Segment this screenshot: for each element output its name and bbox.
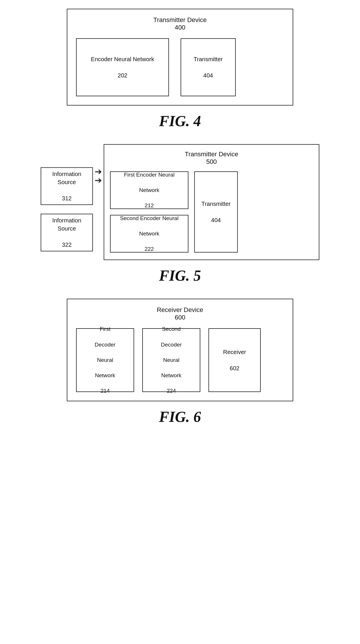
transmitter-box: Transmitter 404 bbox=[181, 38, 236, 96]
fig4-title-line2: 400 bbox=[175, 24, 186, 31]
fig4-title: Transmitter Device 400 bbox=[76, 16, 284, 31]
second-encoder-label2: Network bbox=[139, 230, 159, 238]
fig5-encoders-column: First Encoder Neural Network 212 Second … bbox=[110, 171, 188, 253]
arrows-column: ➔ ➔ bbox=[93, 167, 104, 185]
receiver-number: 602 bbox=[230, 364, 239, 372]
fig5-outer-box: Transmitter Device 500 First Encoder Neu… bbox=[104, 144, 319, 260]
fig5-container: Information Source 312 Information Sourc… bbox=[41, 144, 319, 260]
second-decoder-box: Second Decoder Neural Network 224 bbox=[142, 328, 200, 392]
fig4-inner-row: Encoder Neural Network 202 Transmitter 4… bbox=[76, 38, 284, 96]
fig6-label: FIG. 6 bbox=[159, 408, 201, 425]
second-decoder-label3: Neural bbox=[163, 356, 179, 364]
first-decoder-number: 214 bbox=[100, 387, 110, 395]
first-decoder-label2: Decoder bbox=[95, 341, 116, 349]
information-source-322-box: Information Source 322 bbox=[41, 214, 93, 251]
fig4-title-line1: Transmitter Device bbox=[153, 16, 207, 23]
arrow2-icon: ➔ bbox=[95, 176, 102, 185]
first-decoder-box: First Decoder Neural Network 214 bbox=[76, 328, 134, 392]
fig5-transmitter-number: 404 bbox=[211, 216, 221, 224]
source2-label: Information Source bbox=[46, 216, 88, 233]
fig5-sources-column: Information Source 312 Information Sourc… bbox=[41, 167, 93, 251]
second-decoder-label2: Decoder bbox=[161, 341, 182, 349]
first-encoder-label1: First Encoder Neural bbox=[124, 171, 174, 179]
second-encoder-box: Second Encoder Neural Network 222 bbox=[110, 215, 188, 253]
fig6-title-line2: 600 bbox=[175, 314, 186, 321]
first-decoder-label4: Network bbox=[95, 372, 115, 380]
fig6-outer-box: Receiver Device 600 First Decoder Neural… bbox=[67, 299, 293, 401]
encoder-label: Encoder Neural Network bbox=[91, 55, 154, 63]
fig4-section: Transmitter Device 400 Encoder Neural Ne… bbox=[6, 9, 354, 130]
fig5-title-line1: Transmitter Device bbox=[185, 150, 238, 158]
first-decoder-label3: Neural bbox=[97, 356, 113, 364]
encoder-number: 202 bbox=[118, 71, 127, 79]
fig5-title-line2: 500 bbox=[206, 158, 217, 165]
second-encoder-number: 222 bbox=[145, 245, 154, 253]
information-source-312-box: Information Source 312 bbox=[41, 167, 93, 205]
second-decoder-label1: Second bbox=[162, 325, 181, 333]
fig4-label: FIG. 4 bbox=[159, 113, 201, 130]
receiver-label: Receiver bbox=[223, 348, 246, 356]
second-decoder-label4: Network bbox=[161, 372, 181, 380]
fig4-outer-box: Transmitter Device 400 Encoder Neural Ne… bbox=[67, 9, 293, 106]
fig5-transmitter-label: Transmitter bbox=[201, 200, 231, 208]
receiver-box: Receiver 602 bbox=[208, 328, 261, 392]
fig6-inner-row: First Decoder Neural Network 214 Second … bbox=[76, 328, 284, 392]
fig5-inner-row: First Encoder Neural Network 212 Second … bbox=[110, 171, 313, 253]
source2-number: 322 bbox=[62, 241, 71, 249]
first-encoder-label2: Network bbox=[139, 186, 159, 194]
first-encoder-number: 212 bbox=[145, 202, 154, 210]
encoder-neural-network-box: Encoder Neural Network 202 bbox=[76, 38, 169, 96]
source1-label: Information Source bbox=[46, 170, 88, 186]
fig5-label: FIG. 5 bbox=[159, 267, 201, 284]
second-encoder-label1: Second Encoder Neural bbox=[120, 215, 179, 222]
first-decoder-label1: First bbox=[100, 325, 111, 333]
fig6-section: Receiver Device 600 First Decoder Neural… bbox=[6, 299, 354, 425]
fig6-title: Receiver Device 600 bbox=[76, 306, 284, 321]
arrow1-icon: ➔ bbox=[95, 167, 102, 176]
first-encoder-box: First Encoder Neural Network 212 bbox=[110, 171, 188, 209]
fig6-title-line1: Receiver Device bbox=[157, 306, 203, 313]
fig5-title: Transmitter Device 500 bbox=[110, 150, 313, 166]
transmitter-number: 404 bbox=[203, 71, 213, 79]
fig5-section: Information Source 312 Information Sourc… bbox=[6, 144, 354, 284]
transmitter-label: Transmitter bbox=[194, 55, 223, 63]
fig5-transmitter-box: Transmitter 404 bbox=[194, 171, 238, 253]
source1-number: 312 bbox=[62, 194, 71, 202]
second-decoder-number: 224 bbox=[167, 387, 176, 395]
